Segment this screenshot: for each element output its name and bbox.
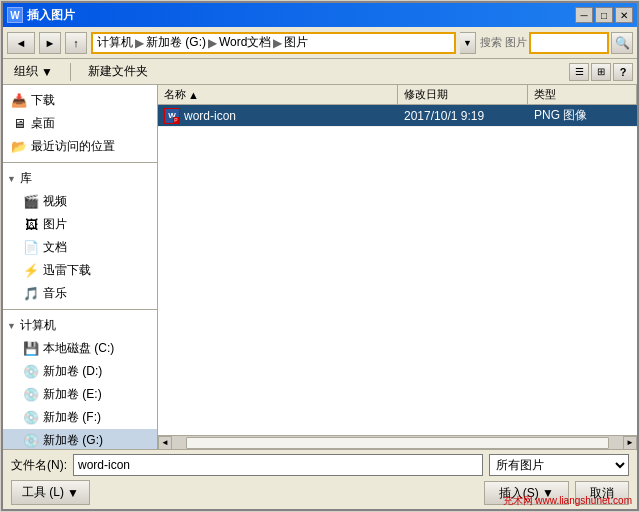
- help-button[interactable]: ?: [613, 63, 633, 81]
- sidebar-item-d[interactable]: 💿 新加卷 (D:): [3, 360, 157, 383]
- title-buttons: ─ □ ✕: [575, 7, 633, 23]
- window-title: 插入图片: [27, 7, 575, 24]
- sidebar-item-e[interactable]: 💿 新加卷 (E:): [3, 383, 157, 406]
- sidebar-item-recent[interactable]: 📂 最近访问的位置: [3, 135, 157, 158]
- sidebar: 📥 下载 🖥 桌面 📂 最近访问的位置 ▼ 库 🎬 视频 �: [3, 85, 158, 449]
- sidebar-label-pictures: 图片: [43, 216, 67, 233]
- sidebar-computer-header[interactable]: ▼ 计算机: [3, 314, 157, 337]
- horizontal-scrollbar[interactable]: ◄ ►: [158, 435, 637, 449]
- file-list-body: W P word-icon 2017/10/1 9:19 PNG 图像: [158, 105, 637, 435]
- cancel-button[interactable]: 取消: [575, 481, 629, 505]
- filename-label: 文件名(N):: [11, 457, 67, 474]
- filename-input[interactable]: [73, 454, 483, 476]
- thunder-icon: ⚡: [23, 263, 39, 279]
- view-buttons: ☰ ⊞ ?: [569, 63, 633, 81]
- desktop-icon: 🖥: [11, 116, 27, 132]
- sidebar-label-d: 新加卷 (D:): [43, 363, 102, 380]
- up-button[interactable]: ↑: [65, 32, 87, 54]
- drive-e-icon: 💿: [23, 387, 39, 403]
- view-list-button[interactable]: ☰: [569, 63, 589, 81]
- sidebar-item-downloads[interactable]: 📥 下载: [3, 89, 157, 112]
- sidebar-sep1: [3, 162, 157, 163]
- breadcrumb-sep1: ▶: [135, 36, 144, 50]
- sidebar-item-desktop[interactable]: 🖥 桌面: [3, 112, 157, 135]
- sidebar-label-documents: 文档: [43, 239, 67, 256]
- file-name: word-icon: [184, 109, 236, 123]
- insert-button[interactable]: 插入(S) ▼: [484, 481, 569, 505]
- downloads-icon: 📥: [11, 93, 27, 109]
- back-button[interactable]: ◄: [7, 32, 35, 54]
- sidebar-item-thunder[interactable]: ⚡ 迅雷下载: [3, 259, 157, 282]
- file-list-container: 名称 ▲ 修改日期 类型 W: [158, 85, 637, 449]
- sidebar-label-thunder: 迅雷下载: [43, 262, 91, 279]
- scroll-right-button[interactable]: ►: [623, 436, 637, 450]
- minimize-button[interactable]: ─: [575, 7, 593, 23]
- sidebar-label-g: 新加卷 (G:): [43, 432, 103, 449]
- library-expand-icon: ▼: [7, 174, 16, 184]
- search-button[interactable]: 🔍: [611, 32, 633, 54]
- recent-icon: 📂: [11, 139, 27, 155]
- sidebar-library-header[interactable]: ▼ 库: [3, 167, 157, 190]
- sidebar-label-downloads: 下载: [31, 92, 55, 109]
- sidebar-library-label: 库: [20, 170, 32, 187]
- sidebar-item-music[interactable]: 🎵 音乐: [3, 282, 157, 305]
- insert-image-dialog: W 插入图片 ─ □ ✕ ◄ ► ↑ 计算机 ▶ 新加卷 (G:) ▶ Word…: [1, 1, 639, 511]
- col-type-label: 类型: [534, 87, 556, 102]
- file-name-cell: W P word-icon: [158, 106, 398, 126]
- forward-button[interactable]: ►: [39, 32, 61, 54]
- filename-row: 文件名(N): 所有图片: [11, 454, 629, 476]
- organize-button[interactable]: 组织 ▼: [7, 60, 60, 83]
- sidebar-label-desktop: 桌面: [31, 115, 55, 132]
- music-icon: 🎵: [23, 286, 39, 302]
- sidebar-item-c[interactable]: 💾 本地磁盘 (C:): [3, 337, 157, 360]
- search-input[interactable]: [529, 32, 609, 54]
- sort-icon: ▲: [188, 89, 199, 101]
- tools-dropdown-icon: ▼: [67, 486, 79, 500]
- tools-button[interactable]: 工具 (L) ▼: [11, 480, 90, 505]
- sidebar-item-video[interactable]: 🎬 视频: [3, 190, 157, 213]
- sidebar-item-g[interactable]: 💿 新加卷 (G:): [3, 429, 157, 449]
- scroll-left-button[interactable]: ◄: [158, 436, 172, 450]
- drive-f-icon: 💿: [23, 410, 39, 426]
- drive-d-icon: 💿: [23, 364, 39, 380]
- col-header-name[interactable]: 名称 ▲: [158, 85, 398, 104]
- png-label: P: [174, 117, 177, 123]
- breadcrumb-computer: 计算机: [97, 34, 133, 51]
- back-icon: ◄: [16, 37, 27, 49]
- col-date-label: 修改日期: [404, 87, 448, 102]
- view-grid-button[interactable]: ⊞: [591, 63, 611, 81]
- toolbar-sep: [70, 63, 71, 81]
- maximize-button[interactable]: □: [595, 7, 613, 23]
- new-folder-button[interactable]: 新建文件夹: [81, 60, 155, 83]
- breadcrumb-dropdown[interactable]: ▼: [460, 32, 476, 54]
- search-label: 搜索 图片: [480, 35, 527, 50]
- search-icon: 🔍: [615, 36, 630, 50]
- breadcrumb-sep3: ▶: [273, 36, 282, 50]
- action-buttons: 插入(S) ▼ 取消: [484, 481, 629, 505]
- sidebar-label-f: 新加卷 (F:): [43, 409, 101, 426]
- file-row-word-icon[interactable]: W P word-icon 2017/10/1 9:19 PNG 图像: [158, 105, 637, 127]
- drive-c-icon: 💾: [23, 341, 39, 357]
- insert-dropdown-icon: ▼: [542, 486, 554, 500]
- pictures-icon: 🖼: [23, 217, 39, 233]
- sidebar-item-documents[interactable]: 📄 文档: [3, 236, 157, 259]
- title-bar: W 插入图片 ─ □ ✕: [3, 3, 637, 27]
- col-header-type[interactable]: 类型: [528, 85, 637, 104]
- breadcrumb[interactable]: 计算机 ▶ 新加卷 (G:) ▶ Word文档 ▶ 图片: [91, 32, 456, 54]
- scroll-thumb[interactable]: [186, 437, 609, 449]
- breadcrumb-word: Word文档: [219, 34, 271, 51]
- drive-g-icon: 💿: [23, 433, 39, 449]
- insert-label: 插入(S): [499, 486, 539, 500]
- filetype-select[interactable]: 所有图片: [489, 454, 629, 476]
- close-button[interactable]: ✕: [615, 7, 633, 23]
- organize-dropdown-icon: ▼: [41, 65, 53, 79]
- breadcrumb-sep2: ▶: [208, 36, 217, 50]
- address-bar: ◄ ► ↑ 计算机 ▶ 新加卷 (G:) ▶ Word文档 ▶ 图片 ▼ 搜索 …: [3, 27, 637, 59]
- col-header-date[interactable]: 修改日期: [398, 85, 528, 104]
- cancel-label: 取消: [590, 486, 614, 500]
- sidebar-item-pictures[interactable]: 🖼 图片: [3, 213, 157, 236]
- sidebar-label-e: 新加卷 (E:): [43, 386, 102, 403]
- sidebar-item-f[interactable]: 💿 新加卷 (F:): [3, 406, 157, 429]
- search-bar: 搜索 图片 🔍: [480, 32, 633, 54]
- file-list-header: 名称 ▲ 修改日期 类型: [158, 85, 637, 105]
